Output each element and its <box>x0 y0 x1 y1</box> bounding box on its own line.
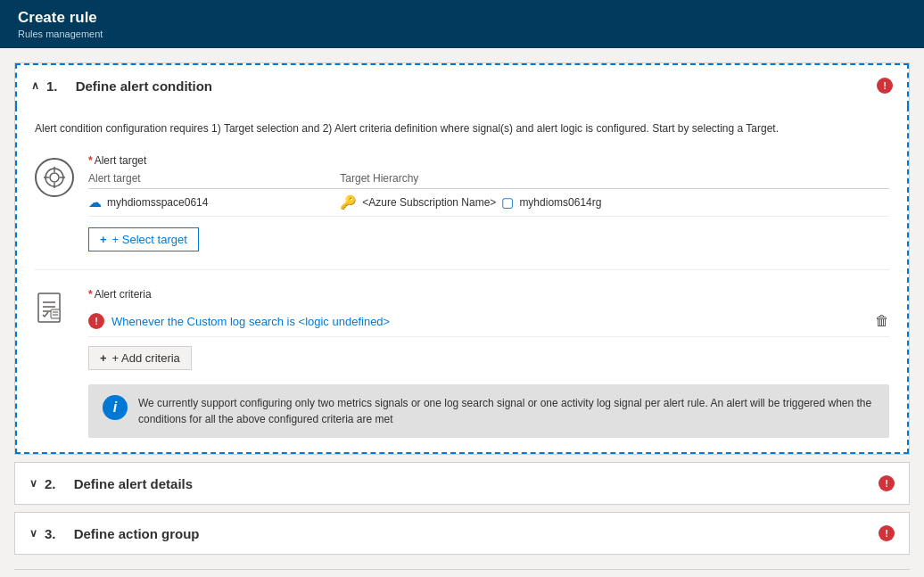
info-text: We currently support configuring only tw… <box>138 395 875 427</box>
info-icon: i <box>103 395 128 420</box>
col-hierarchy: Target Hierarchy <box>340 172 889 189</box>
delete-criteria-icon[interactable]: 🗑 <box>875 313 889 329</box>
svg-point-1 <box>50 173 59 182</box>
section-1-title: ∧ 1. Define alert condition <box>31 78 212 94</box>
plus-icon: + <box>100 233 107 246</box>
section-description: Alert condition configuration requires 1… <box>35 120 889 136</box>
page-title: Create rule <box>18 9 906 27</box>
target-icon <box>35 158 74 197</box>
col-alert-target: Alert target <box>88 172 340 189</box>
alert-target-content: * Alert target Alert target Target Hiera… <box>88 154 889 251</box>
main-content: ∧ 1. Define alert condition ! Alert cond… <box>0 48 924 577</box>
svg-rect-10 <box>51 309 60 318</box>
target-name-cell: ☁ myhdiomsspace0614 <box>88 194 340 210</box>
plus-icon: + <box>100 351 107 365</box>
section-1-error-badge: ! <box>877 78 893 94</box>
target-table: Alert target Target Hierarchy ☁ <box>88 172 889 217</box>
page-subtitle: Rules management <box>18 29 906 39</box>
section-3-header[interactable]: ∨ 3. Define action group ! <box>15 513 909 554</box>
alert-target-row: * Alert target Alert target Target Hiera… <box>35 154 889 251</box>
chevron-down-icon: ∨ <box>29 477 37 490</box>
divider <box>35 269 889 270</box>
criteria-error-icon: ! <box>88 313 104 329</box>
add-criteria-button[interactable]: + + Add criteria <box>88 346 192 370</box>
section-1-body: Alert condition configuration requires 1… <box>15 106 909 454</box>
criteria-item: ! Whenever the Custom log search is <log… <box>88 306 889 337</box>
section-2: ∨ 2. Define alert details ! <box>14 462 910 505</box>
info-box: i We currently support configuring only … <box>88 384 889 438</box>
section-3: ∨ 3. Define action group ! <box>14 512 910 555</box>
page-header: Create rule Rules management <box>0 0 924 48</box>
section-1: ∧ 1. Define alert condition ! Alert cond… <box>14 62 910 455</box>
section-3-title: ∨ 3. Define action group <box>29 526 200 541</box>
chevron-down-icon: ∨ <box>29 527 37 540</box>
separator <box>14 569 910 570</box>
section-2-error-badge: ! <box>879 475 895 491</box>
alert-criteria-label: * Alert criteria <box>88 288 889 301</box>
table-row: ☁ myhdiomsspace0614 🔑 <Azure Subscriptio… <box>88 189 889 217</box>
alert-criteria-row: * Alert criteria ! Whenever the Custom l… <box>35 288 889 438</box>
section-3-error-badge: ! <box>879 525 895 541</box>
criteria-icon <box>35 292 74 326</box>
section-2-title: ∨ 2. Define alert details <box>29 476 193 491</box>
criteria-link[interactable]: Whenever the Custom log search is <logic… <box>111 315 390 328</box>
chevron-up-icon: ∧ <box>31 79 39 92</box>
subscription-icon: 🔑 <box>340 194 357 210</box>
section-2-header[interactable]: ∨ 2. Define alert details ! <box>15 463 909 504</box>
alert-target-label: * Alert target <box>88 154 889 167</box>
section-1-header[interactable]: ∧ 1. Define alert condition ! <box>15 63 909 106</box>
criteria-content: * Alert criteria ! Whenever the Custom l… <box>88 288 889 438</box>
hierarchy-cell: 🔑 <Azure Subscription Name> ▢ myhdioms06… <box>340 194 889 210</box>
resource-group-icon: ▢ <box>501 194 514 210</box>
select-target-button[interactable]: + + Select target <box>88 227 199 251</box>
service-bus-icon: ☁ <box>88 194 102 210</box>
